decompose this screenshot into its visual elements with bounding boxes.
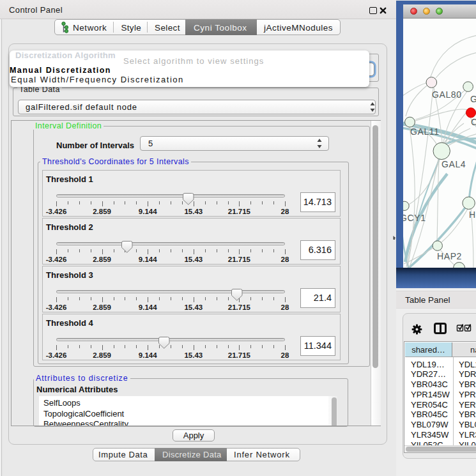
svg-text:HAP2: HAP2	[437, 251, 462, 261]
svg-text:GAL80: GAL80	[432, 89, 462, 100]
svg-text:C: C	[471, 117, 476, 127]
svg-text:GAL11: GAL11	[410, 127, 440, 137]
svg-text:H: H	[469, 210, 476, 220]
svg-text:GAL4: GAL4	[441, 159, 466, 169]
svg-text:GCY1: GCY1	[403, 213, 426, 223]
svg-text:G.: G.	[470, 94, 476, 104]
